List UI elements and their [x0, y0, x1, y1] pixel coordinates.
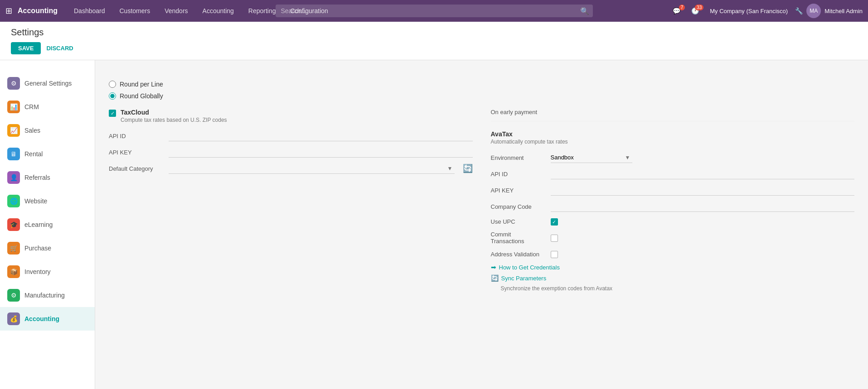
sidebar-item-accounting[interactable]: 💰 Accounting [0, 307, 95, 331]
avatax-api-key-label: API KEY [491, 187, 545, 194]
avatax-description: Automatically compute tax rates [491, 139, 855, 145]
chat-badge: 7 [679, 5, 685, 10]
nav-accounting[interactable]: Accounting [197, 0, 239, 22]
round-per-line-label: Round per Line [120, 81, 163, 88]
round-globally-option[interactable]: Round Globally [109, 92, 854, 100]
taxcloud-header: TaxCloud Compute tax rates based on U.S.… [109, 109, 473, 123]
sidebar-item-purchase[interactable]: 🛒 Purchase [0, 236, 95, 260]
sidebar-item-sales[interactable]: 📈 Sales [0, 119, 95, 142]
referrals-icon: 👤 [7, 171, 20, 184]
settings-header: Settings SAVE DISCARD [0, 22, 868, 60]
sidebar-label-referrals: Referrals [24, 174, 50, 181]
top-navigation: ⊞ Accounting Dashboard Customers Vendors… [0, 0, 868, 22]
avatax-api-id-input[interactable] [551, 168, 855, 179]
app-grid-icon[interactable]: ⊞ [5, 6, 12, 16]
environment-select[interactable]: Sandbox Production [551, 152, 632, 163]
taxcloud-api-id-row: API ID [109, 130, 473, 141]
taxcloud-section: TaxCloud Compute tax rates based on U.S.… [109, 109, 473, 292]
round-per-line-radio[interactable] [109, 81, 116, 88]
sidebar-label-website: Website [24, 197, 47, 205]
taxcloud-default-category-row: Default Category ▼ 🔄 [109, 163, 473, 174]
sync-parameters-section: 🔄 Sync Parameters Synchronize the exempt… [491, 274, 855, 292]
rental-icon: 🖥 [7, 148, 20, 160]
sidebar-label-crm: CRM [24, 103, 39, 110]
top-right-area: 💬 7 🕐 33 My Company (San Francisco) 🔧 MA… [669, 4, 863, 18]
early-payment-note: On early payment [491, 109, 855, 121]
taxcloud-checkbox[interactable] [109, 110, 116, 117]
settings-icon[interactable]: 🔧 [795, 7, 803, 14]
rounding-group: Round per Line Round Globally [109, 81, 854, 100]
round-per-line-option[interactable]: Round per Line [109, 81, 854, 88]
accounting-icon: 💰 [7, 312, 20, 325]
avatax-company-code-row: Company Code [491, 201, 855, 212]
crm-icon: 📊 [7, 101, 20, 113]
default-category-select[interactable] [169, 163, 455, 174]
sync-parameters-label: Sync Parameters [501, 275, 547, 282]
commit-transactions-checkbox[interactable] [551, 235, 558, 242]
sales-icon: 📈 [7, 124, 20, 137]
nav-dashboard[interactable]: Dashboard [68, 0, 111, 22]
sidebar-label-general: General Settings [24, 80, 72, 87]
search-input[interactable] [276, 5, 593, 17]
address-validation-checkbox[interactable] [551, 251, 558, 258]
nav-customers[interactable]: Customers [114, 0, 156, 22]
sidebar-label-inventory: Inventory [24, 268, 51, 275]
sidebar-label-purchase: Purchase [24, 245, 51, 252]
refresh-button[interactable]: 🔄 [463, 163, 473, 173]
user-avatar[interactable]: MA [806, 4, 821, 18]
avatax-company-code-label: Company Code [491, 203, 545, 210]
purchase-icon: 🛒 [7, 242, 20, 255]
taxcloud-api-id-label: API ID [109, 133, 163, 139]
use-upc-checkbox[interactable] [551, 218, 558, 226]
activity-badge: 33 [695, 5, 703, 10]
sidebar-item-website[interactable]: 🌐 Website [0, 189, 95, 213]
commit-transactions-label: Commit Transactions [491, 231, 545, 245]
search-bar: 🔍 [276, 0, 593, 22]
avatax-company-code-input[interactable] [551, 201, 855, 212]
search-icon: 🔍 [580, 7, 589, 15]
website-icon: 🌐 [7, 195, 20, 207]
taxcloud-description: Compute tax rates based on U.S. ZIP code… [121, 117, 227, 123]
credentials-arrow-icon: ➡ [491, 264, 496, 271]
activity-button[interactable]: 🕐 33 [688, 5, 703, 16]
default-category-select-wrapper: ▼ [169, 163, 455, 174]
avatax-section: On early payment AvaTax Automatically co… [491, 109, 855, 292]
commit-transactions-row: Commit Transactions [491, 231, 855, 245]
sidebar: ⚙ General Settings 📊 CRM 📈 Sales 🖥 Renta… [0, 22, 95, 389]
save-button[interactable]: SAVE [11, 42, 41, 54]
elearning-icon: 🎓 [7, 218, 20, 231]
discard-button[interactable]: DISCARD [46, 45, 73, 52]
sidebar-item-referrals[interactable]: 👤 Referrals [0, 166, 95, 189]
user-name: Mitchell Admin [824, 8, 863, 14]
taxcloud-default-category-label: Default Category [109, 165, 163, 172]
sidebar-item-elearning[interactable]: 🎓 eLearning [0, 213, 95, 236]
credentials-link-label: How to Get Credentials [499, 264, 560, 271]
manufacturing-icon: ⚙ [7, 289, 20, 302]
round-globally-radio[interactable] [109, 92, 116, 100]
sidebar-label-manufacturing: Manufacturing [24, 292, 65, 299]
taxcloud-api-id-input[interactable] [169, 130, 473, 141]
sidebar-item-crm[interactable]: 📊 CRM [0, 95, 95, 119]
use-upc-row: Use UPC [491, 217, 855, 226]
sidebar-item-inventory[interactable]: 📦 Inventory [0, 260, 95, 283]
early-payment-label: On early payment [491, 109, 538, 115]
avatax-api-key-input[interactable] [551, 185, 855, 196]
sidebar-item-manufacturing[interactable]: ⚙ Manufacturing [0, 283, 95, 307]
sidebar-label-rental: Rental [24, 150, 43, 158]
discuss-button[interactable]: 💬 7 [669, 5, 684, 16]
environment-label: Environment [491, 154, 545, 161]
general-settings-icon: ⚙ [7, 77, 20, 90]
sidebar-label-accounting: Accounting [24, 315, 59, 322]
sidebar-item-general-settings[interactable]: ⚙ General Settings [0, 72, 95, 95]
sync-parameters-link[interactable]: 🔄 Sync Parameters [491, 274, 855, 282]
address-validation-label: Address Validation [491, 251, 545, 258]
avatax-api-id-row: API ID [491, 168, 855, 179]
taxcloud-api-key-input[interactable] [169, 147, 473, 158]
sync-icon: 🔄 [491, 274, 499, 282]
inventory-icon: 📦 [7, 265, 20, 278]
nav-vendors[interactable]: Vendors [159, 0, 193, 22]
main-layout: ⚙ General Settings 📊 CRM 📈 Sales 🖥 Renta… [0, 22, 868, 389]
credentials-link[interactable]: ➡ How to Get Credentials [491, 264, 855, 271]
sidebar-item-rental[interactable]: 🖥 Rental [0, 142, 95, 166]
taxcloud-api-key-row: API KEY [109, 147, 473, 158]
